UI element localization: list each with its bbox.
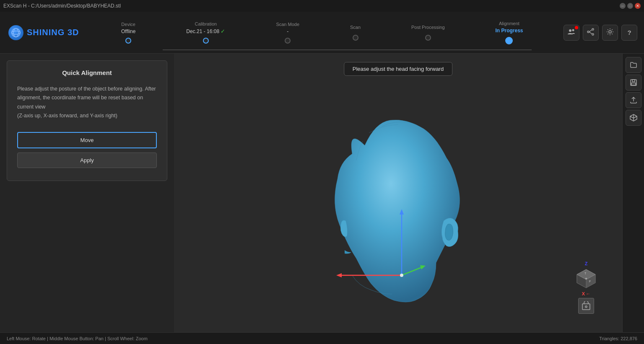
svg-line-8	[589, 30, 592, 32]
calibration-value: Dec.21 - 16:08	[186, 28, 221, 34]
z-axis-label: Z	[585, 261, 588, 266]
step-dot-scanmode	[285, 38, 291, 44]
titlebar-title: EXScan H - C:/Users/admin/Desktop/BABYHE…	[3, 3, 121, 9]
close-button[interactable]: ✕	[635, 3, 641, 9]
pipeline-step-alignment: Alignment In Progress	[495, 21, 523, 44]
svg-point-1	[13, 28, 18, 37]
step-dot-postprocessing	[425, 35, 431, 41]
pipeline-step-scanmode: Scan Mode -	[276, 22, 299, 44]
svg-rect-25	[582, 304, 590, 310]
titlebar-controls[interactable]: ─ □ ✕	[620, 3, 641, 9]
pipeline-step-calibration: Calibration Dec.21 - 16:08 ✓	[186, 21, 225, 44]
settings-button[interactable]	[602, 25, 618, 41]
svg-point-5	[592, 28, 594, 30]
share-button[interactable]	[583, 25, 599, 41]
gear-icon	[606, 28, 614, 37]
apply-button[interactable]: Apply	[17, 153, 157, 168]
svg-point-10	[609, 31, 611, 33]
maximize-button[interactable]: □	[627, 3, 633, 9]
svg-rect-29	[631, 83, 636, 85]
svg-point-7	[587, 31, 589, 33]
help-icon: ?	[627, 29, 631, 36]
step-dot-device	[125, 38, 131, 44]
move-button[interactable]: Move	[17, 132, 157, 148]
header: SHINING 3D Device Offline Calibration De…	[0, 12, 644, 54]
x-axis-indicator: X ←	[582, 291, 590, 296]
header-right-icons: ?	[557, 25, 644, 41]
logo-text: SHINING 3D	[27, 28, 79, 37]
orientation-widget: Z F T X ←	[575, 261, 597, 314]
panel-description: Please adjust the posture of the object …	[17, 85, 157, 120]
svg-line-9	[589, 32, 592, 34]
statusbar: Left Mouse: Rotate | Middle Mouse Button…	[0, 332, 644, 344]
pipeline-step-device: Device Offline	[121, 22, 135, 44]
view-reset-button[interactable]	[578, 298, 594, 314]
save-button[interactable]	[626, 75, 641, 91]
svg-point-0	[12, 28, 20, 37]
titlebar: EXScan H - C:/Users/admin/Desktop/BABYHE…	[0, 0, 644, 12]
x-axis-label: X	[582, 291, 585, 296]
instruction-banner: Please adjust the head facing forward	[344, 62, 453, 76]
svg-point-4	[572, 29, 574, 31]
window-title: EXScan H - C:/Users/admin/Desktop/BABYHE…	[3, 3, 121, 9]
left-panel: Quick Alignment Please adjust the postur…	[0, 54, 174, 332]
statusbar-triangles: Triangles: 222,876	[599, 336, 637, 341]
panel-title: Quick Alignment	[17, 69, 157, 76]
x-arrow-icon: ←	[586, 291, 590, 296]
svg-point-17	[400, 274, 403, 277]
svg-point-22	[585, 278, 587, 279]
main-content: Quick Alignment Please adjust the postur…	[0, 54, 644, 332]
3d-model	[298, 95, 499, 313]
calibration-check: ✓	[221, 28, 225, 34]
3d-viewport[interactable]: Please adjust the head facing forward	[174, 54, 622, 332]
step-dot-scan	[353, 35, 358, 41]
statusbar-hint: Left Mouse: Rotate | Middle Mouse Button…	[7, 336, 148, 341]
help-button[interactable]: ?	[621, 25, 637, 41]
svg-point-2	[12, 31, 20, 34]
minimize-button[interactable]: ─	[620, 3, 626, 9]
quick-alignment-panel: Quick Alignment Please adjust the postur…	[7, 60, 167, 181]
step-dot-calibration	[203, 38, 209, 44]
users-button[interactable]	[564, 25, 579, 41]
right-toolbar	[622, 54, 644, 332]
pipeline-step-postprocessing: Post Processing	[411, 25, 444, 41]
logo-icon	[8, 25, 23, 40]
step-dot-alignment	[505, 37, 513, 44]
svg-text:F: F	[589, 280, 591, 283]
pipeline-step-scan: Scan	[350, 25, 361, 41]
svg-point-3	[569, 29, 571, 32]
users-icon	[567, 28, 576, 38]
svg-marker-14	[336, 273, 342, 277]
export-button[interactable]	[626, 92, 641, 108]
logo: SHINING 3D	[0, 25, 87, 40]
instruction-text: Please adjust the head facing forward	[353, 66, 444, 72]
share-icon	[587, 28, 595, 37]
svg-text:T: T	[584, 272, 587, 275]
notification-badge	[575, 26, 578, 29]
svg-point-26	[585, 306, 587, 308]
svg-rect-28	[632, 80, 635, 82]
orientation-cube: F T	[575, 268, 597, 290]
pipeline: Device Offline Calibration Dec.21 - 16:0…	[87, 21, 557, 44]
3d-view-button[interactable]	[626, 110, 641, 126]
pipeline-line	[163, 49, 532, 50]
open-file-button[interactable]	[626, 57, 641, 73]
svg-point-6	[592, 34, 594, 35]
